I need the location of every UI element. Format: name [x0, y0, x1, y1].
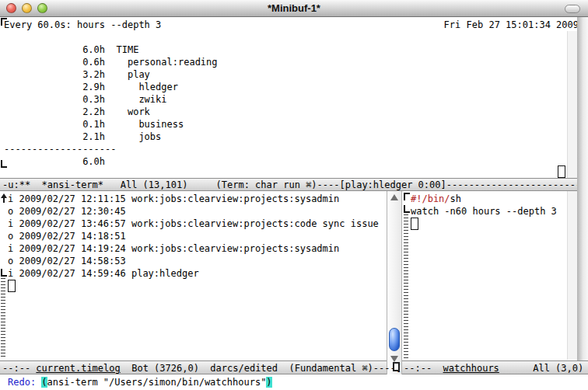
minibuffer-command: ansi-term "/Users/simon/bin/watchhours"	[47, 377, 267, 388]
script-empty-lines-icon	[404, 214, 408, 359]
watch-command-text: Every 60.0s: hours --depth 3	[4, 19, 161, 31]
modeline-timelog-flags: --:--	[2, 363, 36, 374]
script-buffer-top-icon	[404, 193, 410, 200]
modeline-ansi-term-text: -u:** *ansi-term* All (13,101) (Term: ch…	[0, 179, 588, 191]
scrollbar-thumb[interactable]	[389, 328, 400, 351]
scrollbar-up-arrow[interactable]	[390, 194, 398, 200]
window-controls	[6, 3, 47, 13]
shebang-highlight: #!/bin/	[411, 193, 450, 204]
shebang-interpreter: sh	[450, 193, 461, 204]
modeline-watchhours: --:-- watchhours All (3,0)	[402, 360, 588, 374]
script-hollow-cursor	[411, 218, 418, 230]
scrollbar-down-arrow[interactable]	[390, 356, 398, 362]
minibuffer[interactable]: Redo: (ansi-term "/Users/simon/bin/watch…	[0, 374, 588, 390]
timelog-empty-lines-icon	[1, 278, 5, 359]
modeline-watchhours-flags: --:--	[404, 363, 443, 374]
minibuffer-text: Redo: (ansi-term "/Users/simon/bin/watch…	[0, 374, 588, 388]
ansi-term-pane[interactable]: Every 60.0s: hours --depth 3 Fri Feb 27 …	[0, 17, 588, 178]
minimize-button[interactable]	[22, 3, 32, 13]
watchhours-script: #!/bin/sh watch -n60 hours --depth 3	[402, 191, 588, 218]
buffer-top-indicator-icon	[1, 18, 7, 26]
script-buffer-end-icon	[404, 205, 410, 213]
window-title: *Minibuf-1*	[0, 0, 588, 17]
timelog-entries: i 2009/02/27 12:11:15 work:jobs:clearvie…	[0, 191, 387, 280]
timelog-scrollbar[interactable]	[387, 191, 402, 374]
term-scrollbar-track[interactable]	[567, 31, 578, 178]
titlebar: *Minibuf-1*	[0, 0, 588, 17]
buffer-bottom-indicator-icon	[1, 160, 7, 168]
script-scrollbar-track[interactable]	[567, 191, 578, 360]
zoom-button[interactable]	[37, 3, 47, 13]
modeline-watchhours-status: All (3,0)	[499, 363, 583, 374]
watch-timestamp: Fri Feb 27 15:01:34 2009	[444, 19, 579, 31]
minibuffer-prompt: Redo:	[8, 377, 41, 388]
modeline-timelog-text: --:-- current.timelog Bot (3726,0) darcs…	[0, 361, 387, 374]
watch-line: watch -n60 hours --depth 3	[411, 206, 557, 217]
watchhours-pane[interactable]: #!/bin/sh watch -n60 hours --depth 3	[402, 191, 588, 360]
modeline-ansi-term: -u:** *ansi-term* All (13,101) (Term: ch…	[0, 178, 588, 191]
modeline-timelog-buffer-name[interactable]: current.timelog	[36, 363, 120, 374]
hours-report: 6.0h TIME 0.6h personal:reading 3.2h pla…	[0, 31, 588, 168]
window-right-edge	[577, 17, 588, 374]
modeline-timelog: --:-- current.timelog Bot (3726,0) darcs…	[0, 360, 387, 374]
watch-header: Every 60.0s: hours --depth 3 Fri Feb 27 …	[0, 17, 588, 31]
timelog-pane[interactable]: i 2009/02/27 12:11:15 work:jobs:clearvie…	[0, 191, 387, 360]
modeline-timelog-status: Bot (3726,0) darcs/edited (Fundamental ⌘…	[121, 363, 401, 374]
open-paren-highlight: (	[41, 377, 47, 388]
toolbar-toggle-button[interactable]	[565, 5, 580, 13]
emacs-frame: *Minibuf-1* Every 60.0s: hours --depth 3…	[0, 0, 588, 390]
timelog-buffer-end-icon	[1, 269, 7, 277]
term-hollow-cursor	[558, 165, 565, 178]
scroll-above-indicator-stem-icon	[3, 198, 5, 203]
modeline-gap-box	[393, 362, 400, 371]
timelog-hollow-cursor	[8, 280, 16, 292]
modeline-watchhours-text: --:-- watchhours All (3,0)	[402, 361, 588, 374]
close-button[interactable]	[6, 3, 16, 13]
modeline-watchhours-buffer-name[interactable]: watchhours	[443, 363, 499, 374]
close-paren-highlight: )	[266, 377, 271, 388]
